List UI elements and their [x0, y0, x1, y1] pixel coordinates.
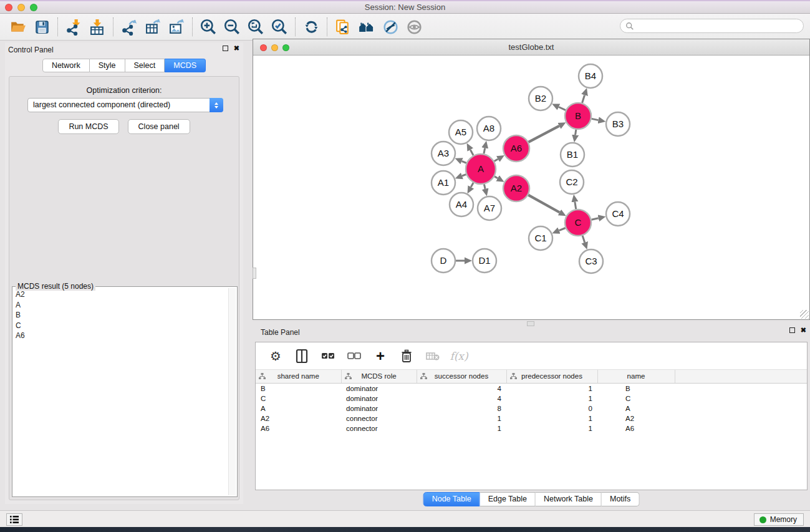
graph-node-C[interactable]: C	[565, 210, 591, 236]
memory-button[interactable]: Memory	[754, 513, 804, 526]
graph-node-A2[interactable]: A2	[503, 175, 529, 201]
cell-shared-name[interactable]: A6	[256, 423, 341, 433]
cell-mcds-role[interactable]: dominator	[341, 394, 417, 404]
cell-successor-nodes[interactable]: 4	[417, 383, 506, 394]
graph-edge-A-A7[interactable]	[484, 184, 485, 188]
close-window-button[interactable]	[5, 4, 12, 11]
graph-edge-A-A8[interactable]	[484, 148, 485, 153]
run-mcds-button[interactable]: Run MCDS	[58, 119, 118, 134]
task-history-button[interactable]	[6, 513, 22, 526]
cell-shared-name[interactable]: C	[256, 394, 341, 404]
network-window-titlebar[interactable]: testGlobe.txt	[253, 39, 809, 56]
table-settings-button[interactable]: ⚙	[267, 347, 284, 365]
split-view-button[interactable]	[293, 347, 311, 365]
import-network-button[interactable]	[62, 16, 85, 37]
graph-node-D[interactable]: D	[432, 249, 455, 273]
column-header-mcds-role[interactable]: MCDS role	[341, 370, 417, 383]
close-panel-button[interactable]: Close panel	[128, 119, 190, 134]
graph-node-B3[interactable]: B3	[606, 112, 630, 136]
tab-select[interactable]: Select	[125, 59, 165, 72]
graph-edge-C-C4[interactable]	[592, 218, 599, 220]
save-session-button[interactable]	[30, 16, 54, 37]
export-image-button[interactable]	[165, 16, 188, 37]
cell-shared-name[interactable]: A	[256, 404, 341, 414]
tab-node-table[interactable]: Node Table	[423, 492, 480, 506]
cell-shared-name[interactable]: A2	[256, 414, 341, 423]
mcds-result-item[interactable]: B	[14, 310, 228, 321]
graph-node-C1[interactable]: C1	[529, 226, 552, 250]
mcds-result-item[interactable]: C	[14, 321, 228, 331]
graph-node-C2[interactable]: C2	[560, 170, 584, 194]
graph-edge-B-B4[interactable]	[582, 95, 585, 104]
graph-edge-A2-C[interactable]	[528, 195, 559, 213]
delete-table-button[interactable]	[424, 347, 441, 365]
mcds-result-item[interactable]: A2	[14, 289, 228, 300]
mcds-result-item[interactable]: A	[14, 300, 228, 311]
graph-node-A8[interactable]: A8	[477, 117, 501, 140]
close-panel-icon[interactable]: ✖	[234, 46, 239, 51]
maximize-window-button[interactable]	[30, 4, 37, 11]
delete-column-button[interactable]	[398, 347, 415, 365]
cell-name[interactable]: A2	[597, 414, 675, 423]
graph-node-A6[interactable]: A6	[503, 135, 529, 162]
cell-mcds-role[interactable]: connector	[341, 423, 417, 433]
graph-node-A7[interactable]: A7	[478, 196, 501, 220]
refresh-button[interactable]	[299, 16, 323, 37]
table-row[interactable]: A2connector11A2	[256, 414, 807, 423]
cell-successor-nodes[interactable]: 1	[417, 423, 506, 433]
graph-node-A3[interactable]: A3	[432, 142, 455, 165]
graph-node-B1[interactable]: B1	[561, 143, 584, 167]
new-network-from-file-button[interactable]	[331, 16, 355, 37]
graph-edge-A-A1[interactable]	[462, 175, 466, 176]
zoom-selected-button[interactable]	[268, 16, 291, 37]
show-all-button[interactable]	[402, 16, 426, 37]
cell-name[interactable]: A	[597, 404, 675, 414]
import-table-button[interactable]	[85, 16, 109, 37]
graph-edge-A6-B[interactable]	[529, 126, 559, 142]
minimize-window-button[interactable]	[17, 4, 25, 11]
graph-edge-B-B3[interactable]	[592, 118, 599, 120]
graph-node-D1[interactable]: D1	[473, 249, 496, 273]
search-box[interactable]	[620, 19, 804, 33]
graph-node-C4[interactable]: C4	[606, 202, 630, 226]
graph-edge-A-A5[interactable]	[470, 150, 473, 155]
graph-edge-A-A6[interactable]	[494, 159, 498, 162]
home-button[interactable]	[355, 16, 378, 37]
table-row[interactable]: Cdominator41C	[256, 394, 807, 404]
tab-network-table[interactable]: Network Table	[536, 492, 602, 506]
tab-style[interactable]: Style	[90, 59, 125, 72]
tab-network[interactable]: Network	[42, 59, 90, 72]
table-row[interactable]: A6connector11A6	[256, 423, 807, 433]
network-minimize-button[interactable]	[271, 44, 278, 51]
cell-successor-nodes[interactable]: 8	[417, 404, 506, 414]
tab-edge-table[interactable]: Edge Table	[480, 492, 536, 506]
cell-mcds-role[interactable]: connector	[341, 414, 417, 423]
graph-edge-C-C2[interactable]	[575, 202, 576, 210]
cell-name[interactable]: B	[597, 383, 675, 394]
export-table-button[interactable]	[141, 16, 165, 37]
float-table-panel-icon[interactable]	[789, 327, 795, 333]
network-canvas[interactable]: B4B2BB3A5A8A6A3B1AA1C2A2A4A7C4CC1C3DD1	[253, 56, 809, 319]
search-input[interactable]	[634, 21, 803, 32]
zoom-out-button[interactable]	[220, 16, 244, 37]
column-header-successor-nodes[interactable]: successor nodes	[417, 370, 506, 383]
graph-node-B4[interactable]: B4	[579, 64, 602, 88]
graph-edge-C-C3[interactable]	[582, 236, 585, 243]
cell-predecessor-nodes[interactable]: 0	[506, 404, 597, 414]
network-maximize-button[interactable]	[282, 44, 289, 51]
table-row[interactable]: Adominator80A	[256, 404, 807, 414]
select-all-button[interactable]	[319, 347, 337, 365]
add-column-button[interactable]: +	[372, 347, 389, 365]
cell-predecessor-nodes[interactable]: 1	[506, 383, 597, 394]
cell-shared-name[interactable]: B	[256, 383, 341, 394]
cell-successor-nodes[interactable]: 4	[417, 394, 506, 404]
cell-predecessor-nodes[interactable]: 1	[506, 394, 597, 404]
graph-edge-A-A4[interactable]	[471, 183, 473, 187]
cell-mcds-role[interactable]: dominator	[341, 383, 417, 394]
panel-grip-handle[interactable]	[253, 268, 256, 279]
graph-node-B[interactable]: B	[565, 103, 591, 129]
open-session-button[interactable]	[6, 16, 30, 37]
close-table-panel-icon[interactable]: ✖	[801, 327, 806, 333]
graph-node-B2[interactable]: B2	[529, 87, 552, 110]
mcds-result-scrollbar[interactable]	[228, 288, 236, 495]
